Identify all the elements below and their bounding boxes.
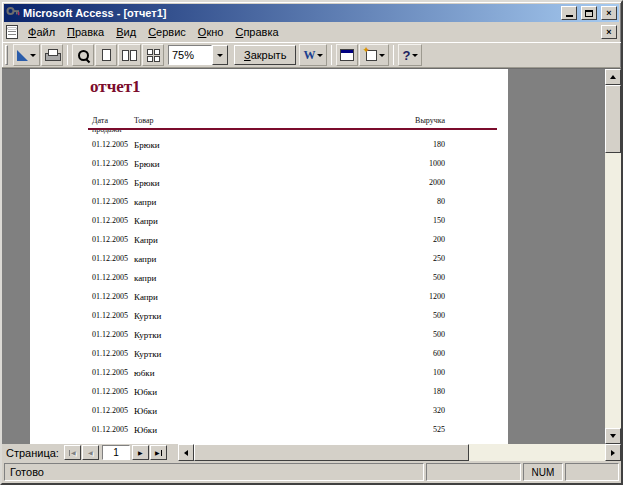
database-window-button[interactable] (336, 44, 358, 66)
menu-item[interactable]: Вид (110, 24, 142, 40)
product-name: Юбки (134, 406, 433, 416)
report-row: 01.12.2005 Юбки 525 (92, 420, 445, 439)
child-window-close-button[interactable]: × (601, 25, 617, 39)
vertical-scroll-thumb[interactable] (605, 85, 621, 153)
sale-date: 01.12.2005 (92, 425, 134, 434)
revenue-value: 1000 (429, 159, 445, 168)
product-name: Капри (134, 235, 433, 245)
print-button[interactable] (41, 44, 63, 66)
revenue-value: 200 (433, 235, 445, 244)
menu-item[interactable]: Правка (61, 24, 110, 40)
access-key-icon (6, 6, 20, 20)
arrow-up-icon (610, 75, 616, 79)
horizontal-scrollbar[interactable] (178, 444, 621, 461)
first-page-button[interactable]: ◀ (64, 445, 81, 460)
menu-item[interactable]: Справка (229, 24, 284, 40)
close-button[interactable]: × (601, 6, 617, 20)
two-pages-icon (122, 50, 137, 61)
printer-icon (45, 49, 59, 61)
revenue-value: 180 (433, 387, 445, 396)
report-row: 01.12.2005 Куртки 500 (92, 306, 445, 325)
close-preview-button[interactable]: Закрыть (234, 45, 296, 65)
status-bar: Готово NUM (2, 461, 621, 483)
scroll-up-button[interactable] (605, 69, 621, 85)
product-name: капри (134, 273, 433, 283)
num-lock-indicator: NUM (523, 463, 563, 481)
arrow-right-icon (611, 450, 615, 456)
menu-item[interactable]: Сервис (142, 24, 192, 40)
sale-date: 01.12.2005 (92, 311, 134, 320)
header-rule (88, 128, 497, 130)
revenue-value: 100 (433, 368, 445, 377)
product-name: Куртки (134, 311, 433, 321)
close-icon: × (606, 27, 611, 37)
magnifier-icon (77, 49, 90, 62)
report-column-headers: Дата продажи Товар Выручка (92, 116, 445, 134)
scroll-left-button[interactable] (178, 444, 194, 461)
sale-date: 01.12.2005 (92, 254, 134, 263)
menu-item[interactable]: Файл (22, 24, 61, 40)
page-number-input[interactable] (102, 445, 130, 460)
print-preview-area[interactable]: отчет1 Дата продажи Товар Выручка 01.12.… (2, 68, 621, 444)
product-name: Брюки (134, 178, 429, 188)
maximize-button[interactable] (581, 6, 597, 20)
toolbar-drag-handle[interactable] (5, 45, 8, 65)
title-bar: Microsoft Access - [отчет1] × (4, 4, 619, 22)
sale-date: 01.12.2005 (92, 349, 134, 358)
zoom-dropdown-button[interactable] (212, 45, 228, 65)
product-name: Капри (134, 216, 433, 226)
previous-page-icon: ◀ (88, 450, 93, 456)
dropdown-caret-icon (412, 54, 418, 57)
scroll-down-button[interactable] (605, 428, 621, 444)
revenue-value: 525 (433, 425, 445, 434)
report-row: 01.12.2005 юбки 100 (92, 363, 445, 382)
sale-date: 01.12.2005 (92, 406, 134, 415)
next-page-button[interactable]: ▶ (132, 445, 149, 460)
help-button[interactable]: ? (398, 44, 422, 66)
report-rows: 01.12.2005 Брюки 180 01.12.2005 Брюки 10… (92, 135, 445, 444)
view-button[interactable] (13, 44, 40, 66)
report-document-icon[interactable] (6, 25, 18, 39)
new-object-icon (366, 50, 377, 61)
report-row: 01.12.2005 Куртки 500 (92, 325, 445, 344)
report-row: 01.12.2005 Брюки 2000 (92, 173, 445, 192)
report-row: 01.12.2005 капри 80 (92, 192, 445, 211)
report-row: 01.12.2005 капри 500 (92, 268, 445, 287)
help-icon: ? (402, 48, 410, 63)
product-name: Юбки (134, 387, 433, 397)
report-row: 01.12.2005 Юбки 320 (92, 401, 445, 420)
last-page-button[interactable]: ▶ (150, 445, 167, 460)
product-name: Брюки (134, 159, 429, 169)
product-name: Брюки (134, 140, 433, 150)
column-header-item: Товар (134, 116, 415, 134)
report-title: отчет1 (90, 77, 141, 97)
zoom-value-field[interactable]: 75% (168, 45, 212, 65)
product-name: капри (134, 197, 437, 207)
one-page-icon (102, 49, 111, 61)
new-object-button[interactable] (359, 44, 389, 66)
two-pages-button[interactable] (118, 44, 141, 66)
sale-date: 01.12.2005 (92, 197, 134, 206)
minimize-button[interactable] (561, 6, 577, 20)
product-name: Юбки (134, 425, 433, 435)
scroll-right-button[interactable] (605, 444, 621, 461)
last-page-icon: ▶ (155, 450, 162, 456)
multiple-pages-button[interactable] (142, 44, 164, 66)
revenue-value: 600 (433, 349, 445, 358)
report-page[interactable]: отчет1 Дата продажи Товар Выручка 01.12.… (30, 69, 508, 444)
horizontal-scroll-thumb[interactable] (194, 444, 469, 461)
revenue-value: 250 (433, 254, 445, 263)
sale-date: 01.12.2005 (92, 330, 134, 339)
report-row: 01.12.2005 Брюки 180 (92, 135, 445, 154)
product-name: Куртки (134, 349, 433, 359)
zoom-button[interactable] (72, 44, 94, 66)
one-page-button[interactable] (95, 44, 117, 66)
office-links-word-button[interactable]: W (299, 44, 327, 66)
menu-item[interactable]: Окно (192, 24, 230, 40)
revenue-value: 2000 (429, 178, 445, 187)
vertical-scrollbar[interactable] (605, 69, 621, 444)
previous-page-button[interactable]: ◀ (82, 445, 99, 460)
product-name: юбки (134, 368, 433, 378)
dropdown-caret-icon (30, 54, 36, 57)
database-window-icon (340, 49, 354, 61)
